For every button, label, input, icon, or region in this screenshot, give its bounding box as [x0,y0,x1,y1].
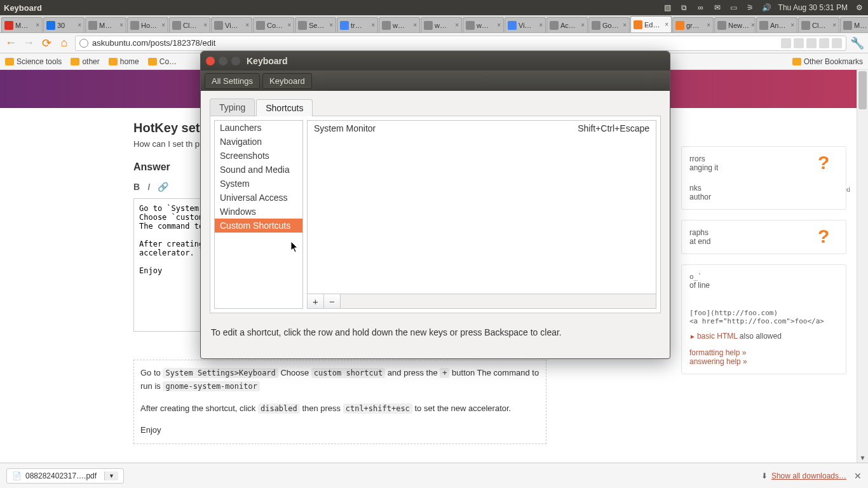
browser-tab[interactable]: Ac…× [546,17,588,32]
close-icon[interactable]: × [581,22,585,29]
bookmark-folder[interactable]: other [71,57,99,66]
close-icon[interactable]: × [455,22,459,29]
close-icon[interactable]: × [36,22,39,29]
tab-typing[interactable]: Typing [210,98,255,116]
photo-icon[interactable]: ▧ [663,3,673,13]
category-sound-media[interactable]: Sound and Media [215,163,302,177]
close-icon[interactable]: × [623,22,627,29]
extension-icon[interactable] [806,38,817,48]
bookmark-folder[interactable]: home [109,57,139,66]
close-icon[interactable]: × [539,22,543,29]
close-icon[interactable]: × [203,22,207,29]
close-icon[interactable]: × [413,22,417,29]
close-icon[interactable]: × [665,21,668,28]
browser-tab[interactable]: w…× [379,17,420,32]
browser-tab[interactable]: Cl…× [798,17,839,32]
browser-tab[interactable]: Go…× [588,17,630,32]
browser-tab[interactable]: w…× [463,17,504,32]
link-button[interactable]: 🔗 [158,182,168,192]
download-item[interactable]: 📄 088282402317….pdf ▼ [6,468,124,484]
browser-tab[interactable]: M…× [1,17,43,32]
browser-tab[interactable]: New…× [714,17,756,32]
browser-tab[interactable]: Se…× [295,17,336,32]
battery-icon[interactable]: ▭ [729,3,739,13]
window-titlebar[interactable]: Keyboard [201,51,670,71]
close-icon[interactable]: × [161,22,165,29]
extension-icon[interactable] [832,38,842,48]
italic-button[interactable]: I [147,182,150,192]
other-bookmarks[interactable]: Other Bookmarks [792,57,863,66]
close-icon[interactable]: × [707,22,710,29]
network-icon[interactable]: ⚞ [745,3,756,13]
browser-tab-active[interactable]: Ed…× [630,16,672,32]
browser-tab[interactable]: Ho…× [127,17,168,32]
browser-tab[interactable]: An…× [756,17,797,32]
close-download-bar[interactable]: ✕ [854,471,862,481]
help-sidebar: ? rrors anging it nks author ? raphs at … [681,146,846,384]
close-icon[interactable]: × [751,22,755,29]
show-all-downloads-link[interactable]: Show all downloads… [771,471,846,480]
close-icon[interactable]: × [329,22,333,29]
add-shortcut-button[interactable]: + [308,294,324,308]
favicon-icon [172,21,181,30]
scroll-down-icon[interactable]: ▼ [857,452,868,463]
browser-tab[interactable]: 30× [43,17,85,32]
category-system[interactable]: System [215,177,302,191]
category-screenshots[interactable]: Screenshots [215,149,302,163]
basic-html-link[interactable]: basic HTML [697,332,738,341]
category-navigation[interactable]: Navigation [215,135,302,149]
browser-tab[interactable]: tr…× [337,17,378,32]
gear-icon[interactable]: ⚙ [854,3,864,13]
close-icon[interactable]: × [497,22,501,29]
category-windows[interactable]: Windows [215,205,302,219]
category-custom-shortcuts[interactable]: Custom Shortcuts [215,219,302,233]
download-dropdown[interactable]: ▼ [104,471,118,480]
bold-button[interactable]: B [133,182,140,192]
tab-shortcuts[interactable]: Shortcuts [256,99,313,116]
browser-tab[interactable]: Vi…× [505,17,546,32]
shortcut-row[interactable]: System Monitor Shift+Ctrl+Escape [308,121,656,136]
scroll-thumb[interactable] [858,71,867,109]
window-close-button[interactable] [206,57,215,65]
extension-icon[interactable] [794,38,804,48]
bookmark-folder[interactable]: Co… [148,57,177,66]
close-icon[interactable]: × [832,22,836,29]
mail-icon[interactable]: ✉ [712,3,722,13]
close-icon[interactable]: × [371,22,375,29]
star-icon[interactable] [781,38,791,48]
forward-button[interactable]: → [22,36,36,50]
bookmark-folder[interactable]: Science tools [5,57,62,66]
remove-shortcut-button[interactable]: − [324,294,341,308]
close-icon[interactable]: × [287,22,291,29]
browser-tab[interactable]: M…× [85,17,126,32]
keyboard-crumb[interactable]: Keyboard [262,73,312,89]
browser-tab[interactable]: Cl…× [169,17,210,32]
reload-button[interactable]: ⟳ [39,36,53,50]
wrench-icon[interactable]: 🔧 [850,36,864,50]
category-universal-access[interactable]: Universal Access [215,191,302,205]
close-icon[interactable]: × [790,22,794,29]
back-button[interactable]: ← [4,36,18,50]
close-icon[interactable]: × [78,22,81,29]
page-scrollbar[interactable]: ▲ ▼ [857,70,868,463]
address-bar[interactable]: askubuntu.com/posts/182378/edit [75,36,846,51]
close-icon[interactable]: × [245,22,249,29]
close-icon[interactable]: × [119,22,123,29]
browser-tab[interactable]: M…× [840,17,868,32]
extension-icon[interactable] [819,38,829,48]
home-button[interactable]: ⌂ [57,36,71,50]
browser-tab[interactable]: Vi…× [211,17,252,32]
sync-icon[interactable]: ∞ [696,3,706,13]
all-settings-button[interactable]: All Settings [205,73,260,89]
dropbox-icon[interactable]: ⧉ [679,3,689,13]
category-launchers[interactable]: Launchers [215,121,302,135]
volume-icon[interactable]: 🔊 [762,3,772,13]
formatting-help-link[interactable]: formatting help » [689,348,746,357]
window-minimize-button[interactable] [219,57,227,65]
answering-help-link[interactable]: answering help » [689,357,747,366]
browser-tab[interactable]: Co…× [253,17,294,32]
browser-tab[interactable]: w…× [421,17,462,32]
window-maximize-button[interactable] [231,57,240,65]
panel-clock[interactable]: Thu Aug 30 5:31 PM [778,3,848,12]
browser-tab[interactable]: gr…× [672,17,714,32]
